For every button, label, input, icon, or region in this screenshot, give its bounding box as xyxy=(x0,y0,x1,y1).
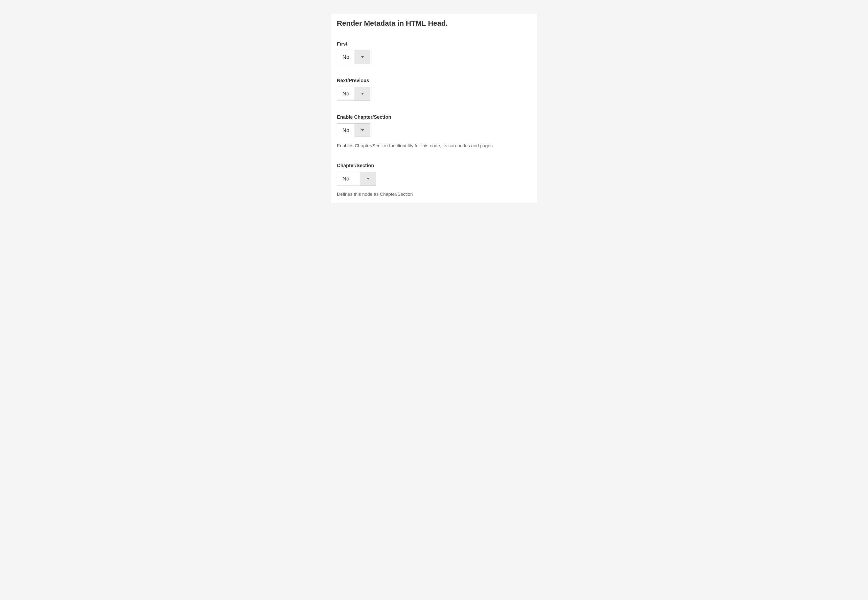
dropdown-enable-chapter-section[interactable]: No xyxy=(337,123,370,137)
field-chapter-section: Chapter/Section No Defines this node as … xyxy=(337,163,531,198)
field-enable-chapter-section: Enable Chapter/Section No Enables Chapte… xyxy=(337,114,531,149)
field-label-enable-chapter-section: Enable Chapter/Section xyxy=(337,114,531,120)
chevron-down-icon xyxy=(360,172,376,186)
field-next-previous: Next/Previous No xyxy=(337,78,531,101)
dropdown-value-next-previous: No xyxy=(337,87,354,100)
field-label-first: First xyxy=(337,41,531,47)
settings-panel: Render Metadata in HTML Head. First No N… xyxy=(331,14,537,203)
field-help-enable-chapter-section: Enables Chapter/Section functionality fo… xyxy=(337,143,531,149)
dropdown-next-previous[interactable]: No xyxy=(337,87,370,101)
dropdown-value-enable-chapter-section: No xyxy=(337,124,354,137)
dropdown-value-chapter-section: No xyxy=(337,172,360,186)
field-label-chapter-section: Chapter/Section xyxy=(337,163,531,168)
dropdown-chapter-section[interactable]: No xyxy=(337,172,376,186)
field-help-chapter-section: Defines this node as Chapter/Section xyxy=(337,191,531,198)
chevron-down-icon xyxy=(354,87,370,100)
panel-title: Render Metadata in HTML Head. xyxy=(337,19,531,27)
chevron-down-icon xyxy=(354,124,370,137)
field-label-next-previous: Next/Previous xyxy=(337,78,531,83)
dropdown-first[interactable]: No xyxy=(337,50,370,64)
chevron-down-icon xyxy=(354,50,370,64)
field-first: First No xyxy=(337,41,531,64)
dropdown-value-first: No xyxy=(337,50,354,64)
